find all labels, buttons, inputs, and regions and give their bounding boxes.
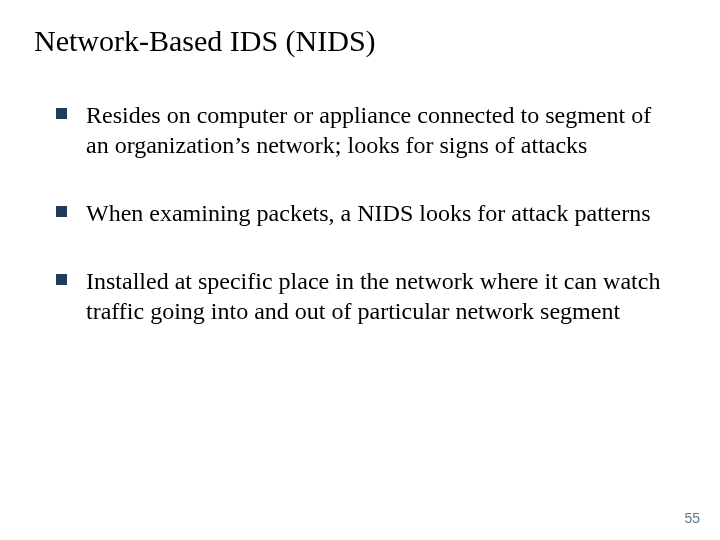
bullet-icon bbox=[56, 108, 67, 119]
page-number: 55 bbox=[684, 510, 700, 526]
list-item-text: Resides on computer or appliance connect… bbox=[86, 102, 651, 158]
bullet-icon bbox=[56, 274, 67, 285]
list-item-text: When examining packets, a NIDS looks for… bbox=[86, 200, 651, 226]
list-item: When examining packets, a NIDS looks for… bbox=[56, 198, 664, 228]
bullet-list: Resides on computer or appliance connect… bbox=[56, 100, 664, 326]
slide: Network-Based IDS (NIDS) Resides on comp… bbox=[0, 0, 720, 540]
list-item: Resides on computer or appliance connect… bbox=[56, 100, 664, 160]
page-title: Network-Based IDS (NIDS) bbox=[34, 24, 664, 58]
bullet-icon bbox=[56, 206, 67, 217]
list-item: Installed at specific place in the netwo… bbox=[56, 266, 664, 326]
list-item-text: Installed at specific place in the netwo… bbox=[86, 268, 660, 324]
